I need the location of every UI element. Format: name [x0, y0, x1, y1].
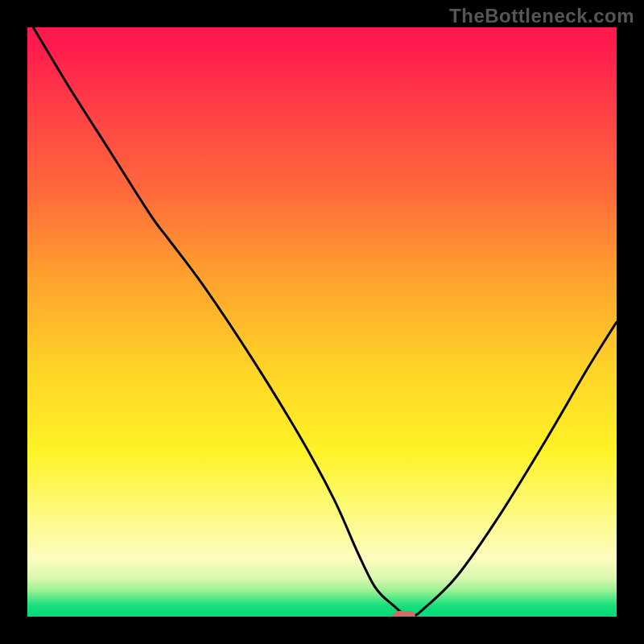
- watermark-text: TheBottleneck.com: [449, 5, 634, 27]
- plot-area: [27, 27, 617, 617]
- chart-frame: TheBottleneck.com: [0, 0, 644, 644]
- bottleneck-curve: [27, 27, 617, 617]
- bottleneck-curve-path: [33, 27, 617, 617]
- optimal-marker: [393, 611, 415, 617]
